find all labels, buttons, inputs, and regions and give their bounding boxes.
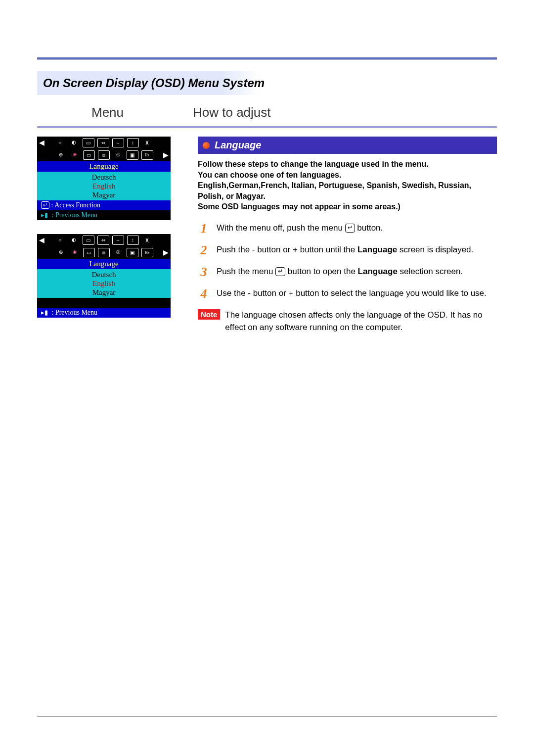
enter-icon: ↵ xyxy=(345,224,355,233)
clone-icon: ▭ xyxy=(83,150,95,160)
osd-title: Language xyxy=(37,161,171,172)
swirl-icon: ⦾ xyxy=(113,150,124,159)
crosshair-icon: ⊕ xyxy=(55,150,66,159)
pip-icon: ▣ xyxy=(127,248,138,257)
osd-arrow-left-icon: ◀ xyxy=(39,139,44,147)
page-title-block: On Screen Display (OSD) Menu System xyxy=(37,71,497,95)
column-header-howto: How to adjust xyxy=(178,105,497,120)
section-intro: Follow these steps to change the languag… xyxy=(198,159,497,212)
clone-icon: ▭ xyxy=(83,248,95,257)
osd-arrow-right-icon: ▶ xyxy=(163,248,169,257)
osd-hint-previous: ▸▮ : Previous Menu xyxy=(37,210,171,220)
osd-lang-item-selected: English xyxy=(37,279,171,288)
pip-icon: ▣ xyxy=(127,150,138,160)
hz-icon: Hz xyxy=(141,150,153,160)
step-1: 1 With the menu off, push the menu ↵ but… xyxy=(198,222,497,235)
osd-lang-item-selected: English xyxy=(37,182,171,190)
dual-icon: ⧈ xyxy=(98,150,110,160)
osd-screenshot-1: ◀ ☼ ◐ ▭ ⇔ ↔ ↕ )( ⊕ xyxy=(37,137,171,220)
osd-title: Language xyxy=(37,259,171,269)
enter-icon: ↵ xyxy=(275,267,285,276)
osd-lang-item: Magyar xyxy=(37,190,171,199)
size-v-icon: ↕ xyxy=(127,236,139,245)
size-h-icon: ⇔ xyxy=(97,138,109,147)
previous-menu-icon: ▸▮ xyxy=(41,309,48,317)
arrows-icon: ↔ xyxy=(112,236,124,245)
brightness-icon: ☼ xyxy=(55,138,66,146)
note-badge: Note xyxy=(198,309,220,320)
steps-list: 1 With the menu off, push the menu ↵ but… xyxy=(198,222,497,333)
osd-hint-spacer xyxy=(37,298,171,308)
arrows-icon: ↔ xyxy=(112,138,124,147)
osd-lang-item: Deutsch xyxy=(37,270,171,279)
header-underline xyxy=(37,59,497,60)
note-block: Note The language chosen affects only th… xyxy=(198,309,497,333)
osd-arrow-right-icon: ▶ xyxy=(163,151,169,159)
osd-icon-row-1-top: ☼ ◐ ▭ ⇔ ↔ ↕ )( xyxy=(55,138,153,147)
language-icon: ❀ xyxy=(69,248,80,256)
osd-language-list: Deutsch English Magyar xyxy=(37,269,171,298)
brightness-icon: ☼ xyxy=(55,236,66,244)
page-icon: ▭ xyxy=(83,236,94,245)
size-h-icon: ⇔ xyxy=(97,236,109,245)
osd-icon-row-2-top: ☼ ◐ ▭ ⇔ ↔ ↕ )( xyxy=(55,236,153,245)
osd-language-list: Deutsch English Magyar xyxy=(37,172,171,200)
enter-icon: ↵ xyxy=(41,201,49,209)
osd-icon-row-1-bottom: ⊕ ❀ ▭ ⧈ ⦾ ▣ Hz xyxy=(55,150,153,160)
step-number: 1 xyxy=(198,222,210,235)
size-v-icon: ↕ xyxy=(127,138,139,147)
section-heading: Language xyxy=(198,137,497,154)
menu-column: ◀ ☼ ◐ ▭ ⇔ ↔ ↕ )( ⊕ xyxy=(37,137,180,333)
section-bullet-icon xyxy=(203,142,210,149)
osd-hint-access: ↵ : Access Function xyxy=(37,200,171,210)
geometry-icon: )( xyxy=(142,236,153,244)
osd-screenshot-2: ◀ ☼ ◐ ▭ ⇔ ↔ ↕ )( ⊕ xyxy=(37,234,171,318)
dual-icon: ⧈ xyxy=(98,248,110,257)
hz-icon: Hz xyxy=(141,248,153,257)
column-headers: Menu How to adjust xyxy=(37,105,497,128)
geometry-icon: )( xyxy=(142,138,153,146)
page-title: On Screen Display (OSD) Menu System xyxy=(43,76,265,90)
contrast-icon: ◐ xyxy=(69,236,80,244)
previous-menu-icon: ▸▮ xyxy=(41,211,48,219)
step-number: 2 xyxy=(198,244,210,257)
page-icon: ▭ xyxy=(83,138,94,147)
step-number: 3 xyxy=(198,266,210,279)
crosshair-icon: ⊕ xyxy=(55,248,66,256)
step-3: 3 Push the menu ↵ button to open the Lan… xyxy=(198,266,497,279)
contrast-icon: ◐ xyxy=(69,138,80,146)
osd-hint-previous: ▸▮ : Previous Menu xyxy=(37,308,171,318)
column-header-menu: Menu xyxy=(37,105,178,120)
osd-lang-item: Deutsch xyxy=(37,173,171,182)
step-2: 2 Push the - button or + button until th… xyxy=(198,244,497,257)
language-icon: ❀ xyxy=(69,150,80,159)
osd-arrow-left-icon: ◀ xyxy=(39,236,44,244)
footer-rule xyxy=(37,716,497,716)
osd-lang-item: Magyar xyxy=(37,288,171,297)
osd-icon-row-2-bottom: ⊕ ❀ ▭ ⧈ ⦾ ▣ Hz xyxy=(55,248,153,257)
swirl-icon: ⦾ xyxy=(113,248,124,256)
note-text: The language chosen affects only the lan… xyxy=(225,309,497,333)
howto-column: Language Follow these steps to change th… xyxy=(180,137,497,333)
step-number: 4 xyxy=(198,287,210,300)
step-4: 4 Use the - button or + button to select… xyxy=(198,287,497,300)
